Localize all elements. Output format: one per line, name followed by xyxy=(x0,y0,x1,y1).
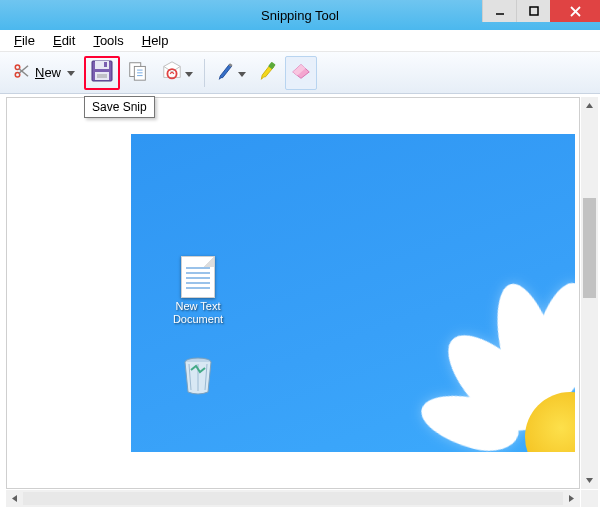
menu-edit[interactable]: Edit xyxy=(45,31,83,50)
scroll-right-button[interactable] xyxy=(563,490,580,507)
highlighter-icon xyxy=(258,60,278,86)
svg-marker-22 xyxy=(238,72,246,77)
menu-file[interactable]: File xyxy=(6,31,43,50)
scissors-icon xyxy=(13,62,31,83)
recycle-bin-icon xyxy=(180,356,216,396)
svg-marker-8 xyxy=(67,71,75,76)
horizontal-scrollbar[interactable] xyxy=(6,490,580,507)
eraser-icon xyxy=(290,61,312,85)
new-snip-label: New xyxy=(35,65,61,80)
send-snip-button[interactable] xyxy=(156,56,198,90)
desktop-icon-recycle-bin xyxy=(159,356,237,396)
desktop-icon-text-document: New Text Document xyxy=(159,256,237,326)
svg-rect-11 xyxy=(104,62,107,67)
vertical-scrollbar[interactable] xyxy=(581,97,598,489)
svg-marker-26 xyxy=(586,478,593,483)
captured-snip-image: New Text Document xyxy=(131,134,575,452)
vertical-scroll-track[interactable] xyxy=(581,114,598,472)
svg-marker-28 xyxy=(569,495,574,502)
pen-button[interactable] xyxy=(211,56,251,90)
title-bar: Snipping Tool xyxy=(0,0,600,30)
toolbar: New xyxy=(0,52,600,94)
scroll-down-button[interactable] xyxy=(581,472,598,489)
menu-tools[interactable]: Tools xyxy=(85,31,131,50)
pen-icon xyxy=(216,60,236,86)
copy-button[interactable] xyxy=(122,56,154,90)
minimize-button[interactable] xyxy=(482,0,516,22)
save-snip-tooltip: Save Snip xyxy=(84,96,155,118)
window-controls xyxy=(482,0,600,22)
maximize-button[interactable] xyxy=(516,0,550,22)
eraser-button[interactable] xyxy=(285,56,317,90)
new-snip-dropdown[interactable] xyxy=(67,65,75,80)
scroll-left-button[interactable] xyxy=(6,490,23,507)
svg-rect-1 xyxy=(530,7,538,15)
desktop-icon-label: New Text Document xyxy=(159,300,237,326)
svg-marker-27 xyxy=(12,495,17,502)
snip-viewport[interactable]: New Text Document xyxy=(6,97,580,489)
new-snip-button[interactable]: New xyxy=(6,56,82,90)
window-title: Snipping Tool xyxy=(261,8,339,23)
scroll-up-button[interactable] xyxy=(581,97,598,114)
svg-marker-25 xyxy=(586,103,593,108)
envelope-icon xyxy=(161,60,183,86)
pen-dropdown[interactable] xyxy=(238,64,246,82)
svg-marker-21 xyxy=(185,72,193,77)
copy-icon xyxy=(127,60,149,86)
send-snip-dropdown[interactable] xyxy=(185,64,193,82)
save-snip-button[interactable] xyxy=(84,56,120,90)
highlighter-button[interactable] xyxy=(253,56,283,90)
content-area: New Text Document xyxy=(0,94,600,509)
svg-rect-12 xyxy=(95,72,109,80)
vertical-scroll-thumb[interactable] xyxy=(583,198,596,298)
scroll-corner xyxy=(581,490,598,507)
menu-help[interactable]: Help xyxy=(134,31,177,50)
floppy-icon xyxy=(90,59,114,87)
close-button[interactable] xyxy=(550,0,600,22)
text-file-icon xyxy=(181,256,215,298)
horizontal-scroll-thumb[interactable] xyxy=(23,492,563,505)
toolbar-separator xyxy=(204,59,205,87)
horizontal-scroll-track[interactable] xyxy=(23,490,563,507)
flower-graphic xyxy=(395,282,575,452)
menu-bar: File Edit Tools Help xyxy=(0,30,600,52)
